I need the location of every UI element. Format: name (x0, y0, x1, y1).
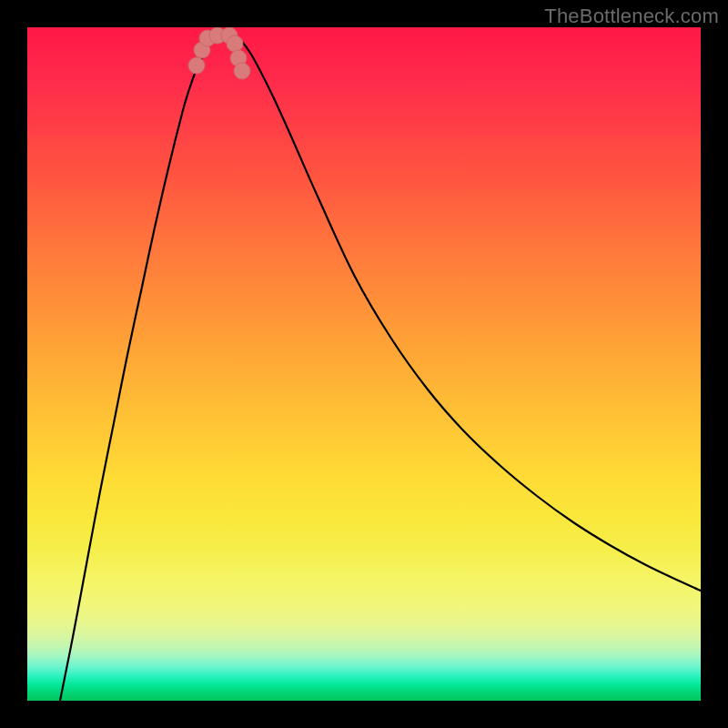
bottleneck-curve (60, 33, 701, 701)
outer-frame: TheBottleneck.com (0, 0, 728, 728)
optimal-marker (234, 63, 250, 79)
optimal-marker (227, 35, 243, 52)
optimal-markers (188, 27, 250, 79)
watermark-text: TheBottleneck.com (544, 5, 719, 28)
plot-area (27, 27, 701, 701)
curve-layer (27, 27, 701, 701)
optimal-marker (188, 57, 205, 74)
